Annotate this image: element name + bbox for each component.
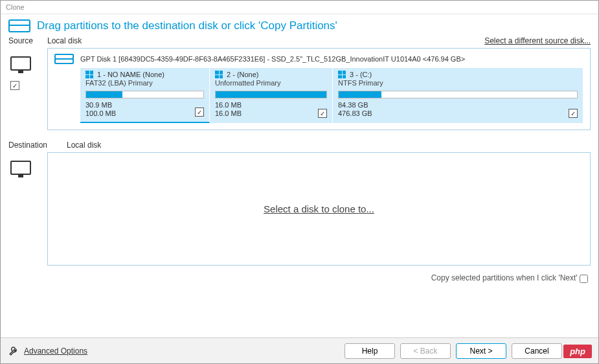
copy-option-row: Copy selected partitions when I click 'N… xyxy=(1,271,598,285)
usage-bar xyxy=(338,91,578,98)
footer: Advanced Options Help < Back Next > Canc… xyxy=(1,337,598,363)
partition-subtitle: NTFS Primary xyxy=(338,79,578,87)
source-label: Source xyxy=(8,36,47,45)
monitor-icon xyxy=(10,56,31,71)
wrench-icon xyxy=(8,345,20,357)
back-button[interactable]: < Back xyxy=(400,343,451,359)
select-all-checkbox[interactable]: ✓ xyxy=(10,81,19,90)
windows-icon xyxy=(338,71,346,78)
select-different-source-link[interactable]: Select a different source disk... xyxy=(484,36,591,45)
partition-title: 1 - NO NAME (None) xyxy=(97,71,164,78)
partition-used: 30.9 MB xyxy=(85,101,204,109)
partition-subtitle: FAT32 (LBA) Primary xyxy=(85,79,204,87)
partition-subtitle: Unformatted Primary xyxy=(215,79,327,87)
source-disk-type: Local disk xyxy=(47,36,82,45)
partition-checkbox[interactable]: ✓ xyxy=(318,109,327,118)
monitor-icon xyxy=(10,161,31,175)
window-title: Clone xyxy=(1,1,598,14)
partition-checkbox[interactable]: ✓ xyxy=(569,109,578,118)
advanced-options-link[interactable]: Advanced Options xyxy=(24,347,87,356)
disk-icon xyxy=(54,54,74,64)
partition-checkbox[interactable]: ✓ xyxy=(195,108,204,117)
partition-2[interactable]: 2 - (None) Unformatted Primary 16.0 MB 1… xyxy=(210,68,333,123)
page-header: Drag partitions to the destination disk … xyxy=(1,14,598,36)
disk-header: GPT Disk 1 [68439DC5-4359-49DF-8F63-8A46… xyxy=(48,49,590,68)
partition-used: 16.0 MB xyxy=(215,101,327,109)
partitions-row: 1 - NO NAME (None) FAT32 (LBA) Primary 3… xyxy=(48,68,590,130)
windows-icon xyxy=(85,71,93,78)
partition-used: 84.38 GB xyxy=(338,101,578,109)
php-badge: php xyxy=(563,345,592,358)
destination-labels: Destination Local disk xyxy=(1,135,598,152)
copy-option-label: Copy selected partitions when I click 'N… xyxy=(431,273,578,282)
cancel-button[interactable]: Cancel xyxy=(512,343,562,359)
destination-disk-type: Local disk xyxy=(67,141,101,150)
source-panel: ✓ GPT Disk 1 [68439DC5-4359-49DF-8F63-8A… xyxy=(47,48,591,130)
destination-label: Destination xyxy=(8,141,67,150)
partition-title: 3 - (C:) xyxy=(350,71,372,78)
partition-total: 476.83 GB xyxy=(338,109,578,118)
partition-3[interactable]: 3 - (C:) NTFS Primary 84.38 GB 476.83 GB… xyxy=(333,68,583,123)
usage-bar xyxy=(215,91,327,98)
windows-icon xyxy=(215,71,223,78)
partition-1[interactable]: 1 - NO NAME (None) FAT32 (LBA) Primary 3… xyxy=(80,68,210,123)
page-title: Drag partitions to the destination disk … xyxy=(37,19,337,32)
help-button[interactable]: Help xyxy=(345,343,395,359)
disk-icon xyxy=(8,19,30,32)
partition-total: 16.0 MB xyxy=(215,109,327,118)
usage-bar xyxy=(85,91,204,98)
source-labels: Source Local disk Select a different sou… xyxy=(1,36,598,48)
select-destination-link[interactable]: Select a disk to clone to... xyxy=(264,203,374,214)
partition-total: 100.0 MB xyxy=(85,109,204,118)
next-button[interactable]: Next > xyxy=(456,343,506,359)
destination-panel: Select a disk to clone to... xyxy=(47,152,591,266)
disk-label: GPT Disk 1 [68439DC5-4359-49DF-8F63-8A46… xyxy=(80,55,465,63)
partition-title: 2 - (None) xyxy=(227,71,259,78)
copy-option-checkbox[interactable] xyxy=(580,275,588,283)
